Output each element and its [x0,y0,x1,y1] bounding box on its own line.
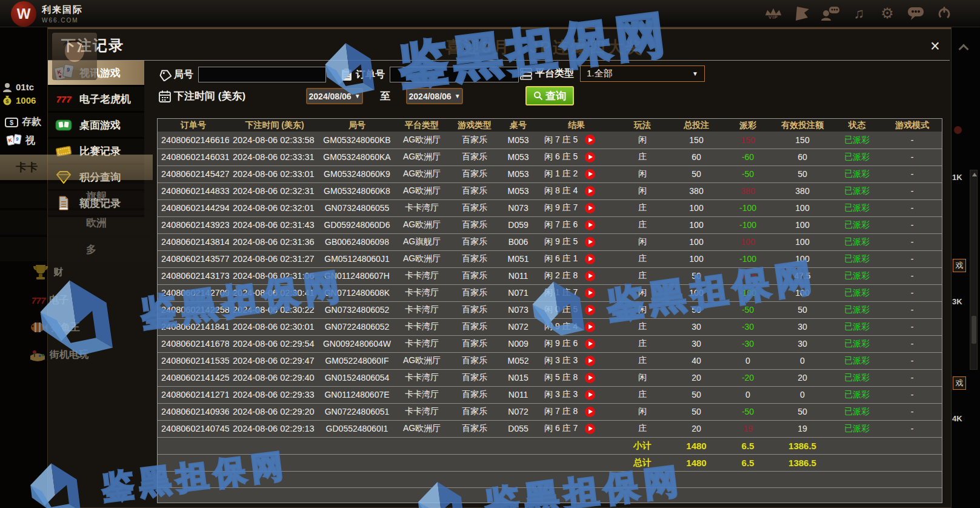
table-cell: 已派彩 [833,335,881,352]
sidebar-item-电子老虎机[interactable]: 777电子老虎机 [48,87,144,113]
table-cell: 2024-08-06 02:33:58 [229,132,320,149]
play-video-button[interactable] [585,407,595,417]
table-cell: 0 [772,386,833,403]
empty-cell [158,471,942,487]
flag-icon[interactable] [793,2,811,24]
table-cell: - [881,318,942,335]
sidebar-item-label: 积分查询 [79,170,121,184]
table-cell: N011 [499,267,537,284]
platform-select[interactable]: 1.全部 ▼ [580,65,705,82]
music-icon[interactable]: ♫ [850,2,868,24]
column-header: 状态 [833,119,881,132]
play-video-button[interactable] [585,356,595,366]
chevron-up-icon[interactable] [959,44,969,55]
table-cell: 0 [772,352,833,369]
play-video-button[interactable] [585,271,595,281]
table-cell: 0 [724,386,772,403]
play-video-button[interactable] [585,152,595,162]
table-cell: 已派彩 [833,216,881,233]
table-cell: 闲 [616,284,669,301]
game-tile-fragment[interactable]: 戏 [953,376,966,390]
table-cell: 100 [669,250,724,267]
table-cell: M053 [499,132,537,149]
result-cell: 闲 5 庄 8 [537,369,616,386]
order-input[interactable] [390,67,519,82]
scrollbar[interactable] [970,170,978,370]
deposit-label: 存款 [22,116,41,129]
sidebar-item-积分查询[interactable]: 积分查询 [48,165,144,191]
table-cell: AG欧洲厅 [394,250,450,267]
table-row: 2408060214093632024-08-06 02:29:20GN0722… [158,403,942,420]
date-from-select[interactable]: 2024/08/06 ▼ [306,88,363,104]
play-video-button[interactable] [585,186,595,196]
table-cell: 380 [772,182,833,199]
slot-777-icon: 777 [53,90,75,108]
table-cell: M053 [499,165,537,182]
table-cell: 100 [669,284,724,301]
video-nav-row[interactable]: K 9 视 [6,134,35,147]
play-video-button[interactable] [585,254,595,264]
table-cell: - [881,352,942,369]
user-row[interactable]: 01tc [2,82,34,92]
table-cell: 50 [772,403,833,420]
power-icon[interactable] [935,2,953,24]
vip-icon[interactable]: VIP [764,2,782,24]
scroll-up-arrow[interactable] [972,173,977,176]
play-video-button[interactable] [585,203,595,213]
table-cell: 百家乐 [450,182,499,199]
sidebar-item-比赛记录[interactable]: 比赛记录 [48,139,144,165]
settings-gear-icon[interactable]: ⚙ [878,2,896,24]
play-video-button[interactable] [585,373,595,383]
deposit-button[interactable]: $ 存款 [5,116,41,129]
brand-logo[interactable]: W 利来国际 W66.COM [11,1,83,27]
close-icon[interactable]: × [925,36,945,56]
table-cell: 已派彩 [833,352,881,369]
result-cell: 闲 8 庄 4 [537,182,616,199]
table-cell: 50 [669,403,724,420]
play-video-button[interactable] [585,390,595,400]
play-video-button[interactable] [585,305,595,315]
table-cell: 240806021460315 [158,149,229,165]
scroll-thumb[interactable] [972,316,976,344]
column-header: 派彩 [724,119,772,132]
date-to-select[interactable]: 2024/08/06 ▼ [406,88,463,104]
table-row: 2408060214142572024-08-06 02:29:40GN0152… [158,369,942,386]
sidebar-item-视讯游戏[interactable]: K♥9视讯游戏 [48,61,144,87]
play-video-button[interactable] [585,424,595,434]
round-input[interactable] [198,67,326,82]
column-header: 游戏模式 [881,119,942,132]
table-cell: - [881,335,942,352]
chat-bubble-icon[interactable] [907,2,925,24]
table-cell [320,454,394,471]
play-video-button[interactable] [585,220,595,230]
play-video-button[interactable] [585,135,595,145]
table-cell: 庄 [616,199,669,216]
game-tile-fragment[interactable]: 戏 [953,259,966,272]
table-cell: - [881,132,942,149]
chevron-down-icon: ▼ [455,93,461,99]
table-cell: 卡卡湾厅 [394,267,450,284]
table-cell: 50 [669,267,724,284]
table-cell: M051 [499,250,537,267]
result-cell: 闲 3 庄 3 [537,352,616,369]
table-cell: 百家乐 [450,369,499,386]
play-video-button[interactable] [585,339,595,349]
slot-777-badge: 777 [32,296,45,306]
sidebar-item-额度记录[interactable]: 额度记录 [48,191,144,217]
table-cell: -60 [724,149,772,165]
balance-row[interactable]: $ 1006 [2,95,36,105]
support-chat-icon[interactable] [821,2,839,24]
play-video-button[interactable] [585,169,595,179]
table-cell [499,454,537,471]
table-cell: 闲 [616,369,669,386]
table-cell: - [881,369,942,386]
play-video-button[interactable] [585,237,595,247]
sidebar-item-桌面游戏[interactable]: 桌面游戏 [48,113,144,139]
play-video-button[interactable] [585,288,595,298]
table-cell: 150 [724,132,772,149]
table-cell: 已派彩 [833,250,881,267]
table-cell: 百家乐 [450,352,499,369]
table-cell: GN07324806052 [320,301,394,318]
play-video-button[interactable] [585,322,595,332]
search-button[interactable]: 查询 [525,86,574,105]
